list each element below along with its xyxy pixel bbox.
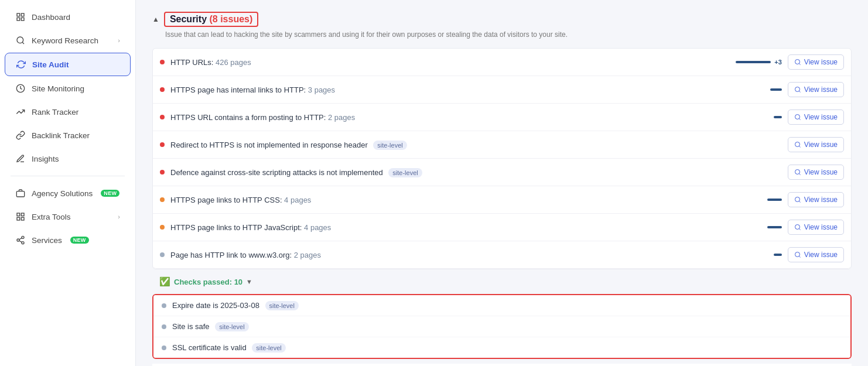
issue-bar-area — [735, 88, 782, 91]
agency-solutions-icon — [15, 188, 26, 199]
svg-line-20 — [799, 91, 800, 92]
site-monitoring-icon — [15, 83, 26, 94]
site-level-badge: site-level — [373, 141, 406, 150]
passed-item-text: Expire date is 2025-03-08 site-level — [172, 301, 842, 310]
issue-row: Redirect to HTTPS is not implemented in … — [153, 131, 851, 159]
keyword-research-icon — [15, 35, 26, 46]
svg-rect-9 — [21, 213, 24, 216]
backlink-tracker-icon — [15, 130, 26, 141]
issue-text: Defence against cross-site scripting att… — [170, 168, 729, 177]
issue-text: HTTPS URL contains a form posting to HTT… — [170, 113, 729, 122]
sidebar-item-label: Dashboard — [32, 13, 70, 22]
severity-indicator — [160, 87, 165, 92]
dashboard-icon — [15, 12, 26, 22]
issue-row: HTTPS page links to HTTP JavaScript: 4 p… — [153, 214, 851, 241]
severity-indicator — [162, 324, 166, 329]
view-issue-button[interactable]: View issue — [788, 165, 844, 180]
sidebar-item-site-monitoring[interactable]: Site Monitoring — [5, 77, 131, 100]
view-issue-button[interactable]: View issue — [788, 82, 844, 97]
svg-rect-1 — [21, 13, 24, 16]
sidebar-item-label: Services — [32, 236, 62, 245]
issue-text: HTTPS page links to HTTP CSS: 4 pages — [170, 196, 729, 204]
svg-point-12 — [22, 236, 24, 238]
severity-indicator — [160, 225, 165, 230]
sidebar: Dashboard Keyword Research › Site Audit … — [0, 0, 136, 366]
issue-row: HTTPS page links to HTTP CSS: 4 pages Vi… — [153, 186, 851, 214]
issue-bar-area — [735, 254, 782, 256]
view-issue-button[interactable]: View issue — [788, 247, 844, 262]
issue-text: HTTP URLs: 426 pages — [170, 58, 729, 67]
issues-list: HTTP URLs: 426 pages +3 View issue HTTPS… — [152, 48, 852, 269]
sidebar-item-backlink-tracker[interactable]: Backlink Tracker — [5, 124, 131, 146]
sidebar-item-agency-solutions[interactable]: Agency Solutions NEW — [5, 182, 131, 204]
issue-row: HTTPS URL contains a form posting to HTT… — [153, 104, 851, 131]
issue-row: HTTPS page has internal links to HTTP: 3… — [153, 76, 851, 104]
view-issue-button[interactable]: View issue — [788, 192, 844, 207]
svg-rect-3 — [21, 18, 24, 20]
sidebar-item-keyword-research[interactable]: Keyword Research › — [5, 29, 131, 52]
sidebar-item-insights[interactable]: Insights — [5, 148, 131, 170]
passed-row: Site is safe site-level — [153, 316, 850, 337]
view-issue-button[interactable]: View issue — [788, 137, 844, 152]
site-level-badge: site-level — [388, 168, 422, 177]
passed-item-text: Site is safe site-level — [172, 322, 842, 331]
svg-line-5 — [22, 42, 24, 44]
passed-row: SSL certificate is valid site-level — [153, 337, 850, 358]
severity-indicator — [160, 60, 165, 64]
issue-bar — [736, 61, 771, 63]
main-content: ▲ Security (8 issues) Issue that can lea… — [136, 0, 868, 366]
dropdown-icon: ▼ — [246, 278, 252, 285]
issue-text: Page has HTTP link to www.w3.org: 2 page… — [170, 251, 729, 259]
severity-indicator — [160, 252, 165, 257]
site-level-badge: site-level — [215, 322, 248, 331]
svg-line-18 — [799, 63, 800, 64]
issue-bar — [770, 88, 782, 91]
section-title: Security (8 issues) — [164, 12, 258, 27]
svg-point-23 — [795, 142, 799, 147]
issue-bar — [774, 116, 782, 118]
section-header: ▲ Security (8 issues) — [152, 12, 852, 27]
sidebar-item-dashboard[interactable]: Dashboard — [5, 6, 131, 28]
svg-line-30 — [799, 228, 800, 230]
svg-point-17 — [795, 60, 799, 64]
sidebar-item-extra-tools[interactable]: Extra Tools › — [5, 206, 131, 228]
sidebar-item-label: Backlink Tracker — [32, 131, 90, 140]
issue-bar — [774, 254, 782, 256]
chevron-right-icon: › — [118, 213, 120, 220]
svg-rect-2 — [17, 18, 20, 20]
svg-rect-8 — [17, 213, 20, 216]
issue-row: HTTP URLs: 426 pages +3 View issue — [153, 49, 851, 76]
issue-row: Defence against cross-site scripting att… — [153, 159, 851, 186]
severity-indicator — [160, 170, 165, 175]
section-title-text: Security — [170, 14, 207, 24]
issue-bar-area: +3 — [735, 59, 782, 66]
sidebar-item-services[interactable]: Services NEW — [5, 229, 131, 251]
sidebar-item-site-audit[interactable]: Site Audit — [5, 53, 131, 76]
svg-line-16 — [19, 238, 22, 240]
severity-indicator — [160, 142, 165, 147]
issue-bar-area — [735, 226, 782, 228]
svg-point-4 — [17, 37, 23, 43]
view-issue-button[interactable]: View issue — [788, 54, 844, 70]
services-icon — [15, 235, 26, 245]
svg-rect-7 — [16, 191, 24, 197]
sidebar-item-label: Site Monitoring — [32, 84, 84, 93]
new-badge: NEW — [101, 190, 119, 197]
svg-point-13 — [17, 239, 19, 241]
view-issue-button[interactable]: View issue — [788, 110, 844, 125]
bottom-passed-items: Defence against click-jacking attacks is… — [152, 364, 852, 366]
collapse-toggle[interactable]: ▲ — [152, 15, 159, 23]
issue-text: HTTPS page has internal links to HTTP: 3… — [170, 85, 729, 94]
site-audit-icon — [16, 59, 26, 70]
view-issue-button[interactable]: View issue — [788, 220, 844, 235]
sidebar-item-label: Keyword Research — [32, 36, 98, 45]
passed-items-section: Expire date is 2025-03-08 site-level Sit… — [152, 294, 852, 359]
issue-row: Page has HTTP link to www.w3.org: 2 page… — [153, 241, 851, 269]
checks-passed-section[interactable]: ✅ Checks passed: 10 ▼ — [152, 269, 852, 292]
sidebar-item-rank-tracker[interactable]: Rank Tracker — [5, 101, 131, 123]
section-description: Issue that can lead to hacking the site … — [165, 30, 852, 39]
plus-count: +3 — [774, 59, 782, 66]
sidebar-item-label: Insights — [32, 155, 59, 163]
svg-point-27 — [795, 197, 799, 202]
svg-line-32 — [799, 256, 800, 257]
